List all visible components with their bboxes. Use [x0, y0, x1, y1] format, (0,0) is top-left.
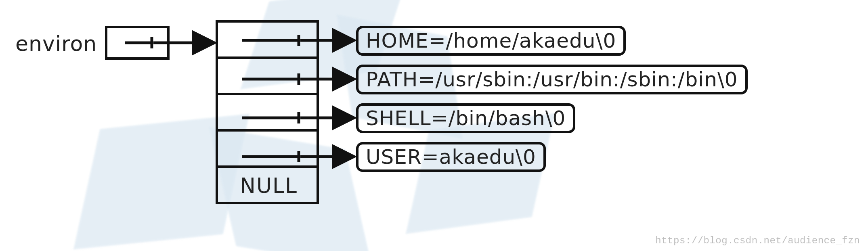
env-string-user: USER=akaedu\0	[356, 142, 546, 172]
array-cell-3	[216, 129, 319, 168]
array-cell-2	[216, 93, 319, 132]
environ-pointer-box	[105, 26, 170, 60]
watermark-text: https://blog.csdn.net/audience_fzn	[655, 235, 860, 246]
env-string-path: PATH=/usr/sbin:/usr/bin:/sbin:/bin\0	[356, 65, 748, 94]
environ-label: environ	[15, 31, 97, 56]
array-cell-0	[216, 20, 319, 59]
null-label: NULL	[240, 174, 298, 198]
env-string-shell: SHELL=/bin/bash\0	[356, 103, 575, 133]
env-string-home: HOME=/home/akaedu\0	[356, 26, 626, 56]
array-cell-1	[216, 56, 319, 95]
